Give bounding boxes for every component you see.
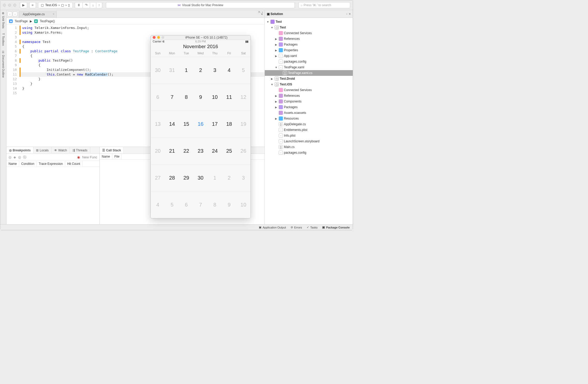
step-into-button[interactable]: ↓ [90, 2, 96, 8]
disclosure-triangle[interactable]: ▼ [266, 20, 269, 23]
tree-node[interactable]: {}AppDelegate.cs [265, 121, 353, 127]
tree-node[interactable]: ▼▢Test.iOS [265, 82, 353, 87]
disclosure-triangle[interactable]: ▶ [275, 94, 278, 97]
calendar-grid[interactable]: 3031123456789101112131415161718192021222… [151, 57, 251, 218]
calendar-day[interactable]: 9 [222, 191, 236, 218]
calendar-day[interactable]: 21 [165, 137, 179, 164]
nav-forward-button[interactable]: › [13, 12, 17, 16]
calendar-day[interactable]: 10 [236, 191, 251, 218]
column-header[interactable]: Hit Count [65, 161, 83, 167]
calendar-day[interactable]: 18 [222, 110, 236, 137]
column-header[interactable]: Condition [19, 161, 37, 167]
calendar-day[interactable]: 1 [208, 164, 222, 191]
calendar-day[interactable]: 5 [236, 57, 251, 84]
run-button[interactable]: ▶ [20, 2, 27, 8]
application-output-button[interactable]: ▣Application Output [259, 226, 286, 229]
tree-node[interactable]: {}TestPage.xaml.cs [265, 70, 353, 76]
bp-remove-icon[interactable]: ⓧ [23, 155, 26, 160]
tree-node[interactable]: ▶▫App.xaml [265, 53, 353, 59]
simulator-titlebar[interactable]: iPhone SE – iOS 10.1 (14B72) [151, 35, 251, 40]
tree-node[interactable]: Connected Services [265, 87, 353, 93]
calendar-day[interactable]: 2 [222, 164, 236, 191]
stop-button[interactable]: ■ [29, 2, 36, 8]
tree-node[interactable]: ▶▢Test.Droid [265, 76, 353, 82]
run-target-selector[interactable]: ▢ Test.iOS ›▢›▯ [38, 2, 73, 8]
solution-tree[interactable]: ▼Test▼▢TestConnected Services▶References… [265, 18, 353, 224]
tree-node[interactable]: ▫packages.config [265, 150, 353, 156]
breadcrumb-class[interactable]: TestPage [15, 19, 28, 23]
calendar-day[interactable]: 7 [193, 191, 208, 218]
calendar-day[interactable]: 15 [179, 110, 193, 137]
tree-node[interactable]: ▫LaunchScreen.storyboard [265, 138, 353, 144]
step-out-button[interactable]: ↑ [96, 2, 102, 8]
pin-icon[interactable]: ⇱ [258, 11, 261, 14]
calendar-day[interactable]: 9 [193, 84, 208, 110]
tree-node[interactable]: ▫packages.config [265, 59, 353, 64]
calendar-day[interactable]: 29 [179, 164, 193, 191]
column-header[interactable]: Name [100, 154, 112, 159]
disclosure-triangle[interactable]: ▶ [275, 49, 278, 52]
errors-button[interactable]: ⊘Errors [291, 226, 302, 229]
calendar-day[interactable]: 27 [151, 164, 165, 191]
tree-node[interactable]: ▼Test [265, 19, 353, 25]
tree-node[interactable]: ▼▫TestPage.xaml [265, 64, 353, 70]
document-tab[interactable]: AppDelegate.cs× [19, 11, 57, 18]
tree-node[interactable]: ▫Info.plist [265, 133, 353, 138]
nav-back-button[interactable]: ‹ [8, 12, 12, 16]
close-tab-icon[interactable]: × [53, 12, 54, 16]
disclosure-triangle[interactable]: ▼ [275, 66, 278, 69]
bottom-tab-watch[interactable]: 👁Watch [52, 147, 70, 153]
disclosure-triangle[interactable]: ▶ [275, 43, 278, 46]
tree-node[interactable]: Connected Services [265, 30, 353, 36]
calendar-day[interactable]: 8 [179, 84, 193, 110]
disclosure-triangle[interactable]: ▼ [270, 26, 274, 29]
callstack-tab[interactable]: ☰ Call Stack [100, 147, 124, 153]
calendar-day[interactable]: 30 [151, 57, 165, 84]
calendar-day[interactable]: 12 [236, 84, 251, 110]
calendar-day[interactable]: 5 [165, 191, 179, 218]
calendar-day[interactable]: 31 [165, 57, 179, 84]
bottom-tab-threads[interactable]: ⇶Threads [70, 147, 90, 153]
disclosure-triangle[interactable]: ▶ [275, 38, 278, 40]
tree-node[interactable]: ▶References [265, 36, 353, 42]
calendar-day[interactable]: 30 [193, 164, 208, 191]
ios-simulator[interactable]: iPhone SE – iOS 10.1 (14B72) Carrier ⋐ 6… [150, 35, 251, 218]
toolbox-tab[interactable]: TToolbox [2, 33, 5, 46]
disclosure-triangle[interactable]: ▼ [270, 83, 274, 86]
calendar-day[interactable]: 13 [151, 110, 165, 137]
calendar-day[interactable]: 1 [179, 57, 193, 84]
calendar-day[interactable]: 20 [151, 137, 165, 164]
calendar-day[interactable]: 17 [208, 110, 222, 137]
column-header[interactable]: Trace Expression [37, 161, 65, 167]
calendar-day[interactable]: 23 [193, 137, 208, 164]
unit-tests-tab[interactable]: ⚙Unit Tests [2, 12, 5, 28]
tree-node[interactable]: ▶Components [265, 99, 353, 104]
disclosure-triangle[interactable]: ▶ [270, 77, 274, 80]
calendar-day[interactable]: 24 [208, 137, 222, 164]
bp-target2-icon[interactable]: ◎ [18, 155, 21, 159]
calendar-day[interactable]: 19 [236, 110, 251, 137]
tree-node[interactable]: ▫Entitlements.plist [265, 127, 353, 133]
step-over-button[interactable]: ↷ [83, 2, 90, 8]
new-function-breakpoint[interactable]: New Func [82, 155, 97, 159]
calendar-day[interactable]: 6 [179, 191, 193, 218]
column-header[interactable]: Name [6, 161, 19, 167]
tree-node[interactable]: ▶Properties [265, 47, 353, 53]
calendar-day[interactable]: 3 [208, 57, 222, 84]
disclosure-triangle[interactable]: ▶ [275, 55, 278, 57]
calendar-day[interactable]: 3 [236, 164, 251, 191]
search-input[interactable]: ⌕ Press '⌘.' to search [298, 2, 350, 8]
tree-node[interactable]: ▶Packages [265, 104, 353, 110]
calendar-day[interactable]: 4 [222, 57, 236, 84]
tree-node[interactable]: ▼▢Test [265, 25, 353, 30]
calendar-day[interactable]: 8 [208, 191, 222, 218]
calendar-day[interactable]: 11 [222, 84, 236, 110]
breadcrumb[interactable]: ◆ TestPage ▶ M TestPage() [6, 18, 264, 25]
bottom-tab-locals[interactable]: ⊞Locals [33, 147, 52, 153]
calendar-day[interactable]: 4 [151, 191, 165, 218]
calendar-day[interactable]: 16 [193, 110, 208, 137]
calendar-day[interactable]: 26 [236, 137, 251, 164]
calendar-day[interactable]: 2 [193, 57, 208, 84]
calendar-day[interactable]: 22 [179, 137, 193, 164]
tree-node[interactable]: {}Main.cs [265, 144, 353, 150]
